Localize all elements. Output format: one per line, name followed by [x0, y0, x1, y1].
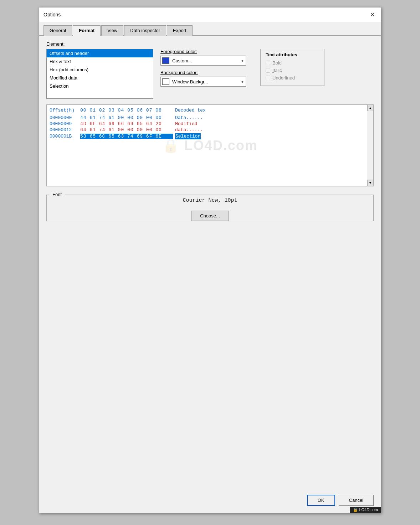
header-offset: Offset(h) — [50, 108, 78, 113]
offset-0: 00000000 — [50, 115, 78, 120]
font-section: Font Courier New, 10pt Choose... — [46, 192, 374, 221]
bytes-2: 64 61 74 61 00 00 00 00 00 — [80, 127, 173, 133]
scroll-up-button[interactable]: ▲ — [367, 105, 374, 111]
text-attrs-title: Text attributes — [266, 52, 319, 57]
bytes-0: 44 61 74 61 00 00 00 00 00 — [80, 115, 173, 120]
foreground-swatch — [162, 57, 169, 64]
italic-checkbox[interactable] — [266, 68, 270, 73]
decoded-0: Data...... — [175, 115, 203, 120]
background-label: Background color: — [160, 70, 246, 75]
element-item-modified[interactable]: Modified data — [47, 74, 153, 82]
bytes-1: 4D 6F 64 69 66 69 65 64 20 — [80, 121, 173, 127]
element-list: Offsets and header Hex & text Hex (odd c… — [46, 49, 153, 99]
decoded-1: Modified — [175, 121, 197, 127]
title-bar: Options ✕ — [39, 7, 381, 22]
font-legend: Font — [50, 192, 65, 197]
ok-button[interactable]: OK — [307, 495, 335, 506]
lo4d-badge: 🔒 LO4D.com — [350, 507, 381, 513]
underlined-checkbox-row: Underlined — [266, 75, 319, 81]
italic-label: Italic — [272, 68, 282, 73]
bold-checkbox[interactable] — [266, 61, 270, 65]
hex-row-2: 00000012 64 61 74 61 00 00 00 00 00 data… — [50, 127, 363, 133]
bold-label: Bold — [272, 60, 282, 66]
preview-scrollbar[interactable]: ▲ ▼ — [367, 105, 373, 186]
choose-button[interactable]: Choose... — [191, 211, 229, 221]
hex-row-0: 00000000 44 61 74 61 00 00 00 00 00 Data… — [50, 115, 363, 120]
dialog-title: Options — [43, 12, 61, 17]
underlined-checkbox[interactable] — [266, 76, 270, 80]
foreground-color-row: Foreground color: Custom... ▼ — [160, 49, 246, 66]
bytes-3: 53 65 6C 65 63 74 69 6F 6E — [80, 134, 173, 139]
background-color-row: Background color: Window Backgr... ▼ — [160, 70, 246, 87]
foreground-arrow-icon: ▼ — [241, 59, 244, 63]
decoded-3: Selection — [175, 133, 201, 139]
hex-header-row: Offset(h) 00 01 02 03 04 05 06 07 08 Dec… — [50, 108, 363, 114]
choose-btn-wrap: Choose... — [47, 211, 373, 221]
background-arrow-icon: ▼ — [241, 80, 244, 84]
tab-bar: General Format View Data inspector Expor… — [39, 22, 381, 36]
tab-data-inspector[interactable]: Data inspector — [124, 25, 166, 36]
scroll-down-button[interactable]: ▼ — [367, 180, 374, 186]
decoded-2: data...... — [175, 127, 203, 133]
hex-row-1: 00000009 4D 6F 64 69 66 69 65 64 20 Modi… — [50, 121, 363, 127]
preview-content: Offset(h) 00 01 02 03 04 05 06 07 08 Dec… — [47, 105, 373, 143]
offset-3: 0000001B — [50, 134, 78, 139]
options-dialog: Options ✕ General Format View Data inspe… — [39, 7, 381, 513]
top-section: Offsets and header Hex & text Hex (odd c… — [46, 49, 374, 99]
scroll-track — [367, 111, 374, 180]
underlined-label: Underlined — [272, 75, 295, 81]
font-preview: Courier New, 10pt — [47, 197, 373, 204]
header-decoded: Decoded tex — [175, 108, 206, 113]
italic-checkbox-row: Italic — [266, 68, 319, 73]
foreground-label: Foreground color: — [160, 49, 246, 54]
preview-area: 🔒 LO4D.com Offset(h) 00 01 02 03 04 05 0… — [46, 104, 374, 186]
foreground-value: Custom... — [172, 58, 241, 63]
background-dropdown[interactable]: Window Backgr... ▼ — [160, 77, 246, 87]
text-attributes-box: Text attributes Bold Italic Underlined — [260, 49, 324, 86]
foreground-dropdown[interactable]: Custom... ▼ — [160, 56, 246, 66]
element-item-offsets[interactable]: Offsets and header — [47, 49, 153, 57]
close-button[interactable]: ✕ — [368, 10, 377, 19]
footer: OK Cancel — [307, 495, 374, 506]
element-item-selection[interactable]: Selection — [47, 82, 153, 90]
right-section: Foreground color: Custom... ▼ Backg — [160, 49, 374, 91]
background-swatch — [162, 78, 169, 85]
tab-general[interactable]: General — [43, 25, 72, 36]
header-cols: 00 01 02 03 04 05 06 07 08 — [80, 108, 173, 113]
offset-1: 00000009 — [50, 121, 78, 127]
element-item-hex-odd[interactable]: Hex (odd columns) — [47, 66, 153, 74]
cancel-button[interactable]: Cancel — [339, 495, 374, 506]
offset-2: 00000012 — [50, 127, 78, 133]
bold-checkbox-row: Bold — [266, 60, 319, 66]
hex-row-3: 0000001B 53 65 6C 65 63 74 69 6F 6E Sele… — [50, 133, 363, 139]
element-item-hex-text[interactable]: Hex & text — [47, 57, 153, 66]
tab-format[interactable]: Format — [73, 25, 101, 36]
tab-export[interactable]: Export — [167, 25, 193, 36]
background-value: Window Backgr... — [172, 79, 241, 84]
main-content: Element: Offsets and header Hex & text H… — [39, 36, 381, 227]
tab-view[interactable]: View — [101, 25, 123, 36]
element-label: Element: — [46, 41, 374, 47]
